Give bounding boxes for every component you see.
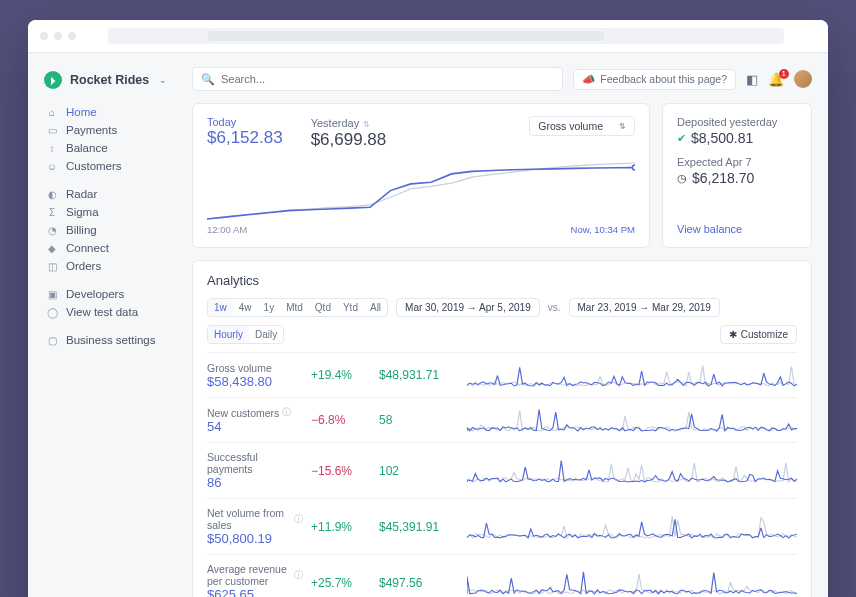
- timeframe-mtd[interactable]: Mtd: [280, 299, 309, 316]
- nav-radar[interactable]: ◐Radar: [36, 185, 184, 203]
- nav-balance[interactable]: ↕Balance: [36, 139, 184, 157]
- brand-name: Rocket Rides: [70, 73, 149, 87]
- metric-delta: −15.6%: [311, 464, 371, 478]
- date-range-compare[interactable]: Mar 23, 2019 → Mar 29, 2019: [569, 298, 720, 317]
- balance-icon: ↕: [46, 143, 58, 154]
- volume-card: Today $6,152.83 Yesterday⇅ $6,699.88 Gro…: [192, 103, 650, 248]
- deposit-card: Deposited yesterday ✔$8,500.81 Expected …: [662, 103, 812, 248]
- metric-value: $50,800.19: [207, 531, 303, 546]
- nav-home[interactable]: ⌂Home: [36, 103, 184, 121]
- timeframe-qtd[interactable]: Qtd: [309, 299, 337, 316]
- card-icon: ▭: [46, 125, 58, 136]
- chevron-down-icon: ⌄: [159, 75, 167, 85]
- granularity-daily[interactable]: Daily: [249, 326, 283, 343]
- clock-icon: ◷: [677, 172, 687, 185]
- search-input[interactable]: [221, 73, 554, 85]
- metric-compare: 58: [379, 413, 459, 427]
- gear-icon: ✱: [729, 329, 737, 340]
- avatar[interactable]: [794, 70, 812, 88]
- window-dots[interactable]: [40, 32, 76, 40]
- nav-connect[interactable]: ◆Connect: [36, 239, 184, 257]
- analytics-card: Analytics 1w4w1yMtdQtdYtdAll Mar 30, 201…: [192, 260, 812, 597]
- toggle-icon: ◯: [46, 307, 58, 318]
- nav-customers[interactable]: ☺Customers: [36, 157, 184, 175]
- metric-delta: −6.8%: [311, 413, 371, 427]
- metric-label: Gross volume: [207, 362, 303, 374]
- browser-chrome: [28, 20, 828, 53]
- yesterday-column: Yesterday⇅ $6,699.88: [311, 116, 387, 150]
- metric-compare: $497.56: [379, 576, 459, 590]
- search-icon: 🔍: [201, 73, 215, 86]
- sidebar: ⏵ Rocket Rides ⌄ ⌂Home ▭Payments ↕Balanc…: [28, 53, 192, 597]
- billing-icon: ◔: [46, 225, 58, 236]
- connect-icon: ◆: [46, 243, 58, 254]
- metric-sparkline: [467, 513, 797, 541]
- timeframe-1w[interactable]: 1w: [208, 299, 233, 316]
- main-content: 🔍 📣 Feedback about this page? ◧ 🔔1 Today: [192, 53, 828, 597]
- topbar: 🔍 📣 Feedback about this page? ◧ 🔔1: [192, 67, 812, 91]
- metric-sparkline: [467, 406, 797, 434]
- nav-payments[interactable]: ▭Payments: [36, 121, 184, 139]
- timeframe-segmented[interactable]: 1w4w1yMtdQtdYtdAll: [207, 298, 388, 317]
- megaphone-icon: 📣: [582, 73, 595, 86]
- view-balance-link[interactable]: View balance: [677, 223, 797, 235]
- info-icon[interactable]: ⓘ: [294, 513, 303, 526]
- nav-orders[interactable]: ◫Orders: [36, 257, 184, 275]
- search-box[interactable]: 🔍: [192, 67, 563, 91]
- nav-business-settings[interactable]: ▢Business settings: [36, 331, 184, 349]
- metric-compare: $45,391.91: [379, 520, 459, 534]
- primary-nav: ⌂Home ▭Payments ↕Balance ☺Customers ◐Rad…: [36, 103, 184, 349]
- metric-row: Gross volume$58,438.80+19.4%$48,931.71: [207, 352, 797, 397]
- metric-row: Average revenue per customer ⓘ$625.65+25…: [207, 554, 797, 597]
- bookmark-icon[interactable]: ◧: [746, 72, 758, 87]
- info-icon[interactable]: ⓘ: [282, 406, 291, 419]
- metric-value: $58,438.80: [207, 374, 303, 389]
- code-icon: ▣: [46, 289, 58, 300]
- timeframe-4w[interactable]: 4w: [233, 299, 258, 316]
- date-range-primary[interactable]: Mar 30, 2019 → Apr 5, 2019: [396, 298, 540, 317]
- metric-label: Net volume from sales ⓘ: [207, 507, 303, 531]
- check-icon: ✔: [677, 132, 686, 145]
- account-switcher[interactable]: ⏵ Rocket Rides ⌄: [36, 67, 184, 103]
- volume-chart: [207, 160, 635, 222]
- granularity-hourly[interactable]: Hourly: [208, 326, 249, 343]
- metric-row: Net volume from sales ⓘ$50,800.19+11.9%$…: [207, 498, 797, 554]
- nav-billing[interactable]: ◔Billing: [36, 221, 184, 239]
- sort-icon[interactable]: ⇅: [363, 120, 370, 129]
- x-axis-start: 12:00 AM: [207, 224, 247, 235]
- nav-developers[interactable]: ▣Developers: [36, 285, 184, 303]
- timeframe-ytd[interactable]: Ytd: [337, 299, 364, 316]
- sigma-icon: Σ: [46, 207, 58, 218]
- nav-sigma[interactable]: ΣSigma: [36, 203, 184, 221]
- x-axis-end: Now, 10:34 PM: [571, 224, 635, 235]
- today-column: Today $6,152.83: [207, 116, 283, 148]
- metric-label: New customers ⓘ: [207, 406, 303, 419]
- metric-row: Successful payments86−15.6%102: [207, 442, 797, 498]
- settings-icon: ▢: [46, 335, 58, 346]
- select-caret-icon: ⇅: [619, 122, 626, 131]
- address-bar[interactable]: [108, 28, 784, 44]
- customize-button[interactable]: ✱ Customize: [720, 325, 797, 344]
- today-amount: $6,152.83: [207, 128, 283, 148]
- granularity-segmented[interactable]: HourlyDaily: [207, 325, 284, 344]
- metric-sparkline: [467, 457, 797, 485]
- metric-label: Successful payments: [207, 451, 303, 475]
- app-window: ⏵ Rocket Rides ⌄ ⌂Home ▭Payments ↕Balanc…: [28, 20, 828, 597]
- feedback-button[interactable]: 📣 Feedback about this page?: [573, 69, 736, 90]
- volume-metric-select[interactable]: Gross volume ⇅: [529, 116, 635, 136]
- metric-compare: 102: [379, 464, 459, 478]
- notification-badge: 1: [779, 69, 789, 79]
- metric-label: Average revenue per customer ⓘ: [207, 563, 303, 587]
- home-icon: ⌂: [46, 107, 58, 118]
- timeframe-1y[interactable]: 1y: [258, 299, 281, 316]
- orders-icon: ◫: [46, 261, 58, 272]
- svg-point-0: [632, 165, 635, 170]
- metric-delta: +25.7%: [311, 576, 371, 590]
- info-icon[interactable]: ⓘ: [294, 569, 303, 582]
- metric-value: 86: [207, 475, 303, 490]
- nav-view-test-data[interactable]: ◯View test data: [36, 303, 184, 321]
- metrics-list: Gross volume$58,438.80+19.4%$48,931.71Ne…: [207, 352, 797, 597]
- timeframe-all[interactable]: All: [364, 299, 387, 316]
- yesterday-amount: $6,699.88: [311, 130, 387, 150]
- notifications-button[interactable]: 🔔1: [768, 72, 784, 87]
